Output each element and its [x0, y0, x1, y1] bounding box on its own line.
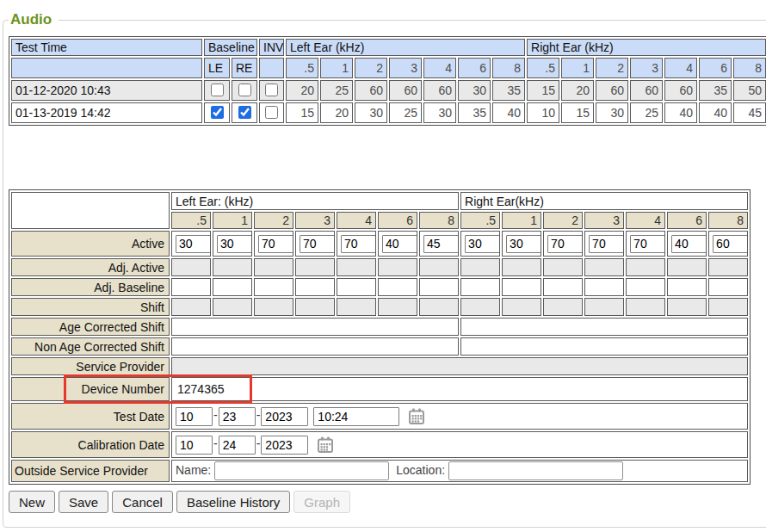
col-re: RE [232, 58, 257, 78]
col-baseline: Baseline [204, 39, 257, 56]
test-time-value: 01-12-2020 10:43 [11, 80, 202, 101]
save-button[interactable]: Save [59, 491, 108, 513]
location-label: Location: [396, 463, 445, 477]
active-threshold-input[interactable] [300, 235, 335, 253]
test-date-year-input[interactable] [261, 407, 308, 426]
threshold-value: 40 [492, 102, 525, 123]
threshold-value: 25 [389, 102, 422, 123]
threshold-value: 30 [423, 102, 456, 123]
test-time-value: 01-13-2019 14:42 [11, 102, 202, 123]
freq-header: 4 [664, 58, 697, 78]
calibration-month-input[interactable] [176, 436, 213, 455]
freq-header: 8 [419, 212, 459, 229]
row-label-age-corrected-shift: Age Corrected Shift [11, 318, 170, 336]
age-corrected-right [460, 318, 748, 336]
outside-location-input[interactable] [448, 461, 623, 480]
col-right-ear: Right Ear (kHz) [527, 39, 766, 56]
inv-checkbox[interactable] [265, 84, 278, 96]
re-baseline-checkbox[interactable] [238, 106, 251, 119]
active-threshold-input[interactable] [547, 235, 583, 253]
left-ear-header: Left Ear: (kHz) [171, 192, 459, 210]
audiogram-entry-table: Left Ear: (kHz) Right Ear(kHz) .5 1 2 3 … [9, 189, 751, 485]
freq-header: 3 [584, 212, 624, 229]
threshold-value: 60 [596, 80, 628, 101]
test-date-day-input[interactable] [219, 407, 256, 426]
active-threshold-input[interactable] [713, 235, 748, 253]
test-history-table: Test Time Baseline INV Left Ear (kHz) Ri… [9, 36, 766, 126]
threshold-value: 40 [699, 102, 732, 123]
threshold-value: 15 [561, 102, 594, 123]
col-left-ear: Left Ear (kHz) [286, 39, 525, 56]
le-baseline-checkbox[interactable] [211, 106, 224, 119]
threshold-value: 30 [596, 102, 628, 123]
freq-header: 4 [423, 58, 456, 78]
col-inv: INV [259, 39, 284, 56]
threshold-value: 50 [733, 80, 766, 101]
blank-label-header [11, 192, 170, 229]
new-button[interactable]: New [9, 491, 55, 513]
threshold-value: 60 [630, 80, 663, 101]
active-threshold-input[interactable] [671, 235, 707, 253]
col-le: LE [204, 58, 230, 78]
freq-header: .5 [286, 58, 318, 78]
freq-header: 6 [458, 58, 491, 78]
threshold-value: 25 [320, 80, 353, 101]
calibration-year-input[interactable] [261, 436, 308, 455]
threshold-value: 10 [527, 102, 559, 123]
active-threshold-input[interactable] [176, 235, 211, 253]
freq-header: 1 [320, 58, 353, 78]
active-threshold-input[interactable] [589, 235, 624, 253]
freq-header: 6 [667, 212, 707, 229]
non-age-corrected-left [171, 337, 459, 356]
calendar-icon[interactable] [408, 408, 425, 425]
cancel-button[interactable]: Cancel [112, 491, 173, 513]
baseline-history-button[interactable]: Baseline History [176, 491, 290, 513]
inv-checkbox[interactable] [265, 106, 278, 119]
active-threshold-input[interactable] [217, 235, 252, 253]
calendar-icon[interactable] [317, 436, 334, 454]
active-threshold-input[interactable] [423, 235, 459, 253]
page: Audio Test Time Baseline INV Left Ear (k… [0, 0, 766, 532]
name-label: Name: [176, 463, 211, 477]
right-ear-header: Right Ear(kHz) [460, 192, 748, 210]
active-threshold-input[interactable] [341, 235, 376, 253]
test-date-month-input[interactable] [176, 407, 213, 426]
freq-header: 8 [733, 58, 766, 78]
threshold-value: 30 [458, 80, 491, 101]
active-threshold-input[interactable] [465, 235, 500, 253]
row-label-device-number: Device Number [11, 377, 170, 401]
test-date-cell: -- [171, 403, 748, 430]
row-label-test-date: Test Date [11, 403, 170, 430]
test-time-input[interactable] [313, 407, 399, 426]
active-threshold-input[interactable] [258, 235, 293, 253]
graph-button[interactable]: Graph [293, 491, 350, 513]
freq-header: 4 [626, 212, 665, 229]
threshold-value: 30 [355, 102, 387, 123]
active-threshold-input[interactable] [382, 235, 417, 253]
calibration-day-input[interactable] [219, 436, 256, 455]
threshold-value: 15 [527, 80, 559, 101]
threshold-value: 35 [458, 102, 491, 123]
device-number-value: 1274365 [171, 377, 748, 401]
active-threshold-input[interactable] [506, 235, 541, 253]
row-label-active: Active [11, 231, 170, 257]
threshold-value: 20 [561, 80, 594, 101]
active-threshold-input[interactable] [630, 235, 665, 253]
freq-header: .5 [527, 58, 559, 78]
le-baseline-checkbox[interactable] [211, 84, 224, 96]
outside-name-input[interactable] [214, 461, 389, 480]
threshold-value: 35 [699, 80, 732, 101]
row-label-service-provider: Service Provider [11, 357, 170, 375]
threshold-value: 25 [630, 102, 663, 123]
freq-header: 3 [630, 58, 663, 78]
row-label-adj-active: Adj. Active [11, 258, 170, 276]
col-test-time: Test Time [11, 39, 202, 56]
threshold-value: 60 [355, 80, 387, 101]
history-row: 01-12-2020 10:43 20 25 60 60 60 30 35 15… [11, 80, 766, 101]
threshold-value: 60 [664, 80, 697, 101]
threshold-value: 20 [286, 80, 318, 101]
history-row: 01-13-2019 14:42 15 20 30 25 30 35 40 10… [11, 102, 766, 123]
non-age-corrected-right [460, 337, 748, 356]
threshold-value: 45 [733, 102, 766, 123]
re-baseline-checkbox[interactable] [238, 84, 251, 96]
